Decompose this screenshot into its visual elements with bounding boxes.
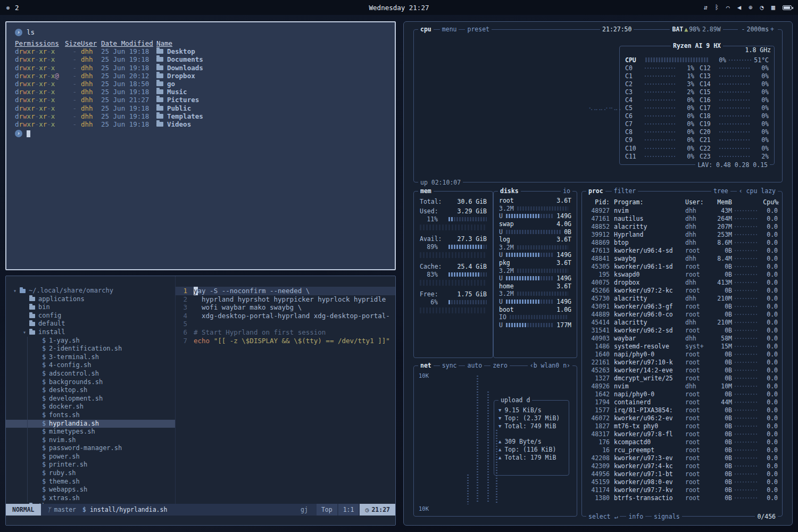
tree-item[interactable]: ▾ $ config [6,312,175,320]
process-row[interactable]: 41174 kworker/u97:7-kv root 0B 0.0 [586,486,778,494]
process-row[interactable]: 45730 alacritty dhh 210M 0.0 [586,294,778,302]
process-row[interactable]: 48841 swaybg dhh 8.4M 0.0 [586,254,778,262]
menu-button[interactable]: menu [440,26,459,33]
tree-item[interactable]: ▾ $ 2-identification.sh [6,345,175,353]
filter-button[interactable]: filter [612,187,638,195]
process-row[interactable]: 1827 mt76-tx phy0 root 0B 0.0 [586,422,778,430]
process-row[interactable]: 46072 kworker/u96:2-ev root 0B 0.0 [586,414,778,422]
process-row[interactable]: 45305 kworker/u96:1-sd root 0B 0.0 [586,262,778,270]
tree-item[interactable]: ▾ $ nvim.sh [6,436,175,445]
prompt-line[interactable]: › [15,129,386,138]
process-row[interactable]: 16 rcu_preempt root 0B 0.0 [586,446,778,454]
zero-button[interactable]: zero [491,362,510,369]
process-row[interactable]: 45266 kworker/u97:2-kc root 0B 0.0 [586,286,778,294]
tree-item[interactable]: ▾ $ applications [6,295,175,304]
interval-increase-button[interactable]: + [769,26,776,33]
process-row[interactable]: 48927 nvim dhh 43M 0.0 [586,206,778,214]
tree-item[interactable]: ▾ $ printer.sh [6,461,175,469]
bluetooth-icon[interactable]: ᛒ [715,4,719,11]
process-row[interactable]: 40903 waybar dhh 58M 0.0 [586,334,778,342]
tree-item[interactable]: ▾ $ password-manager.sh [6,444,175,453]
process-row[interactable]: 1794 containerd root 44M 0.0 [586,398,778,406]
interval-decrease-button[interactable]: - [740,26,747,33]
process-row[interactable]: 45414 alacritty dhh 210M 0.0 [586,318,778,326]
tree-item[interactable]: ▾ $ desktop.sh [6,386,175,395]
tree-item[interactable]: ▾ $ backgrounds.sh [6,378,175,387]
select-button[interactable]: select ↵ [586,513,620,520]
process-row[interactable]: 47613 kworker/u96:4-sd root 0B 0.0 [586,246,778,254]
process-row[interactable]: 39912 Hyprland dhh 253M 0.0 [586,230,778,238]
process-row[interactable]: 42309 kworker/u97:4-kc root 0B 0.0 [586,462,778,470]
process-row[interactable]: 45263 kworker/14:2-eve root 0B 0.0 [586,366,778,374]
tree-item[interactable]: ▾ $ 3-terminal.sh [6,353,175,362]
session-icon[interactable]: ◔ [760,4,764,11]
tree-item[interactable]: ▾ $ 1-yay.sh [6,337,175,345]
btop-window[interactable]: cpu menu preset 21:27:50 BAT▲98%2.89W -2… [403,21,793,526]
process-row[interactable]: 42208 kworker/u97:3-ev root 0B 0.0 [586,454,778,462]
tree-item[interactable]: ▾ $ theme.sh [6,478,175,486]
tree-item[interactable]: ▾ $ development.sh [6,395,175,403]
volume-icon[interactable]: ◀ [737,4,741,11]
terminal-window[interactable]: › ls Permissions Size User Date Modified… [5,21,396,270]
screen-arrows-icon[interactable]: ⇵ [703,4,707,11]
process-row[interactable]: 31541 kworker/u96:2-sd root 0B 0.0 [586,326,778,334]
tree-item[interactable]: ▾ $ hyprlandia.sh [6,420,175,428]
process-row[interactable]: 1642 napi/phy0-0 root 0B 0.0 [586,390,778,398]
info-button[interactable]: info [626,513,645,520]
wifi-icon[interactable]: ⌒ [726,4,730,11]
process-row[interactable]: 1380 btrfs-transactio root 0B 0.0 [586,494,778,502]
process-row[interactable]: 1327 dmcrypt_write/25 root 0B 0.0 [586,374,778,382]
tree-item[interactable]: ▾ $ install [6,328,175,337]
io-mode-button[interactable]: io [561,187,572,195]
signals-button[interactable]: signals [652,513,681,520]
process-row[interactable]: 1486 systemd-resolve syst+ 15M 0.0 [586,342,778,350]
auto-button[interactable]: auto [465,362,484,369]
process-row[interactable]: 40075 dropbox dhh 413M 0.0 [586,278,778,286]
code-line[interactable]: 2 hyprland hyprshot hyprpicker hyprlock … [176,295,395,304]
sort-selector[interactable]: ‹ cpu lazy [737,187,778,195]
editor-pane[interactable]: 1 y ay -S --noconfirm --needed \ 2 hyprl… [175,276,395,504]
process-row[interactable]: 195 kswapd0 root 0B 0.0 [586,270,778,278]
tree-item[interactable]: ▾ $ 4-config.sh [6,361,175,370]
workspace-icon[interactable]: ● [6,5,10,11]
tree-item[interactable]: ▾ $ ~/.local/share/omarchy [6,287,175,295]
tree-item[interactable]: ▾ $ power.sh [6,453,175,461]
process-row[interactable]: 22161 kworker/u97:10-k root 0B 0.0 [586,358,778,366]
scroll-up-icon[interactable]: ↑ [776,199,780,206]
sync-button[interactable]: sync [440,362,459,369]
tree-item[interactable]: ▾ $ webapps.sh [6,486,175,494]
code-line[interactable]: 6 # Start Hyprland on first session [176,328,395,337]
interface-switcher[interactable]: ‹b wlan0 n› [528,362,572,369]
process-row[interactable]: 45159 kworker/u98:0-ev root 0B 0.0 [586,478,778,486]
tree-item[interactable]: ▾ $ adscontrol.sh [6,370,175,378]
tree-item[interactable]: ▾ $ xtras.sh [6,494,175,503]
process-row[interactable]: 48869 btop dhh 8.6M 0.0 [586,238,778,246]
tree-item[interactable]: ▾ $ ruby.sh [6,469,175,478]
preset-button[interactable]: preset [465,26,492,33]
tree-button[interactable]: tree [711,187,730,195]
process-row[interactable]: 48926 nvim dhh 10M 0.0 [586,382,778,390]
tree-item[interactable]: ▾ $ default [6,320,175,328]
process-row[interactable]: 43091 kworker/u96:3-gf root 0B 0.0 [586,302,778,310]
battery-icon[interactable] [783,5,792,10]
process-row[interactable]: 44889 kworker/u96:0-co root 0B 0.0 [586,310,778,318]
code-line[interactable]: 5 [176,320,395,328]
tree-item[interactable]: ▾ $ fonts.sh [6,411,175,420]
process-row[interactable]: 44956 kworker/u97:1-bt root 0B 0.0 [586,470,778,478]
process-row[interactable]: 48317 kworker/u97:8-fl root 0B 0.0 [586,430,778,438]
neovim-window[interactable]: ▾ $ ~/.local/share/omarchy ▾ $ applicati… [5,276,396,526]
tree-item[interactable]: ▾ $ docker.sh [6,403,175,411]
process-row[interactable]: 1640 napi/phy0-0 root 0B 0.0 [586,350,778,358]
network-icon[interactable]: ⊕ [749,4,752,11]
workspace-number[interactable]: 2 [15,4,19,12]
apps-icon[interactable]: ▦ [771,4,775,11]
tree-item[interactable]: ▾ $ mimetypes.sh [6,428,175,436]
process-row[interactable]: 1577 irq/81-PIXA3854: root 0B 0.0 [586,406,778,414]
code-line[interactable]: 4 xdg-desktop-portal-hyprland xdg-deskto… [176,312,395,320]
process-row[interactable]: 176 kcompactd0 root 0B 0.0 [586,438,778,446]
code-line[interactable]: 1 y ay -S --noconfirm --needed \ [176,287,395,295]
process-row[interactable]: 48852 alacritty dhh 207M 0.0 [586,222,778,230]
code-line[interactable]: 7 echo "[[ -z \$DISPLAY && \$(tty) == /d… [176,337,395,345]
tree-item[interactable]: ▾ $ bin [6,303,175,312]
code-line[interactable]: 3 wofi waybar mako swaybg \ [176,303,395,312]
